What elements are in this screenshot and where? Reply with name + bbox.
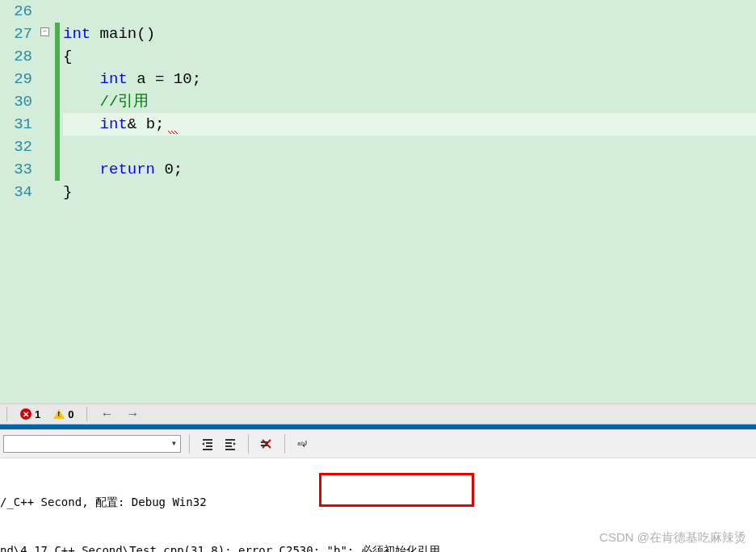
warning-count[interactable]: 0 — [53, 408, 74, 420]
identifier: main — [90, 25, 136, 43]
fold-column: − — [39, 0, 55, 404]
word-wrap-icon[interactable]: ab — [293, 434, 313, 454]
code-text: & b; — [128, 115, 165, 133]
line-number: 28 — [0, 45, 32, 68]
output-panel[interactable]: /_C++ Second, 配置: Debug Win32 nd\4_17_C+… — [0, 458, 756, 552]
line-number: 34 — [0, 181, 32, 203]
nav-forward-icon[interactable]: → — [126, 407, 139, 421]
separator — [189, 434, 190, 454]
code-text: 0; — [155, 161, 183, 178]
line-number: 30 — [0, 90, 32, 113]
code-text: a = 10; — [128, 70, 201, 88]
error-count-value: 1 — [35, 408, 40, 420]
keyword: return — [100, 161, 155, 178]
clear-output-icon[interactable] — [257, 434, 276, 454]
line-number: 32 — [0, 136, 32, 158]
error-icon: ✕ — [20, 408, 32, 420]
output-source-combo[interactable] — [3, 435, 181, 453]
brace: { — [63, 48, 72, 65]
line-number: 27 — [0, 23, 32, 45]
output-toolbar: ab — [0, 429, 756, 458]
indent-left-icon[interactable] — [198, 434, 217, 454]
svg-rect-1 — [261, 445, 267, 446]
code-editor[interactable]: 26 27 28 29 30 31 32 33 34 − int main() … — [0, 0, 756, 404]
fold-collapse-icon[interactable]: − — [40, 27, 49, 36]
separator — [284, 434, 285, 454]
current-line: int& b; — [63, 113, 756, 136]
separator — [6, 407, 7, 421]
keyword: int — [100, 115, 128, 133]
svg-rect-0 — [261, 441, 267, 443]
separator — [86, 407, 87, 421]
brace: } — [63, 183, 72, 201]
output-line: /_C++ Second, 配置: Debug Win32 — [0, 494, 756, 510]
error-squiggle-icon — [168, 131, 178, 134]
line-number: 31 — [0, 113, 32, 136]
indent-right-icon[interactable] — [220, 434, 240, 454]
nav-back-icon[interactable]: ← — [100, 407, 113, 421]
code-area[interactable]: int main() { int a = 10; //引用 int& b; re… — [60, 0, 756, 404]
comment: //引用 — [100, 93, 149, 111]
error-status-bar: ✕ 1 0 ← → — [0, 404, 756, 424]
separator — [248, 434, 249, 454]
line-number: 26 — [0, 0, 32, 23]
keyword: int — [100, 70, 128, 88]
keyword: int — [63, 25, 90, 43]
output-error-line: nd\4_17_C++ Second\Test.cpp(31,8): error… — [0, 542, 756, 552]
error-count[interactable]: ✕ 1 — [20, 408, 40, 420]
warning-icon — [53, 409, 65, 419]
line-number-gutter: 26 27 28 29 30 31 32 33 34 — [0, 0, 39, 404]
line-number: 33 — [0, 158, 32, 181]
line-number: 29 — [0, 68, 32, 90]
warning-count-value: 0 — [68, 408, 74, 420]
punctuation: () — [136, 25, 155, 43]
